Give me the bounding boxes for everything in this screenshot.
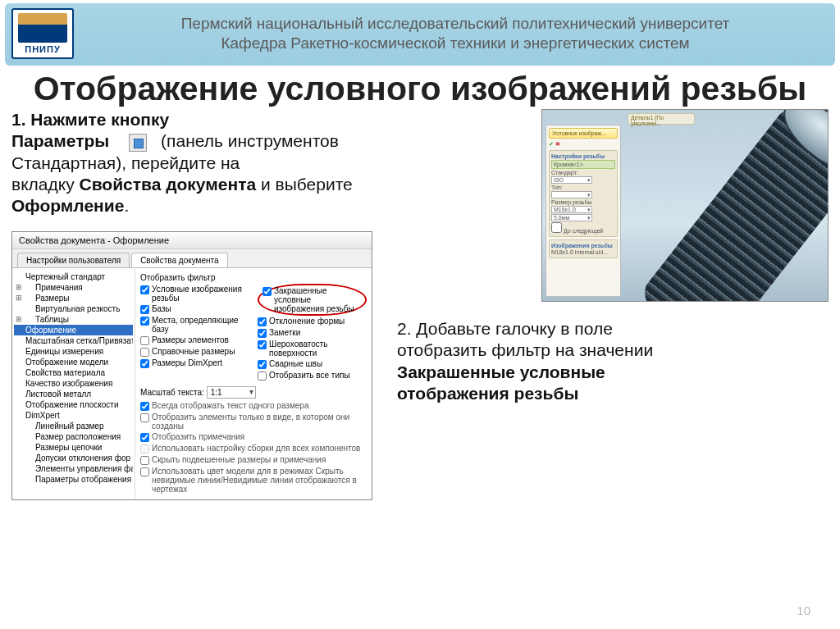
chk-same-text-size[interactable]: Всегда отображать текст одного размера (140, 400, 367, 412)
chk-upto-next[interactable] (551, 222, 562, 233)
chk-dimxpert[interactable]: Размеры DimXpert (140, 358, 249, 369)
pm-section: Настройки резьбы (551, 153, 615, 159)
pm-section: Изображения резьбы (551, 243, 615, 248)
model-tab[interactable]: Деталь1 (По умолчани... (628, 113, 695, 125)
chk-notes[interactable]: Заметки (258, 327, 367, 339)
chk-roughness[interactable]: Шероховатость поверхности (258, 339, 367, 358)
tree-item[interactable]: Отображение плоскости (14, 399, 133, 410)
header-text: Пермский национальный исследовательский … (82, 14, 829, 53)
tab-user-settings[interactable]: Настройки пользователя (17, 253, 130, 267)
pm-label: Размер резьбы (551, 199, 615, 205)
tree-item[interactable]: Отображение модели (14, 357, 133, 367)
viewport-thumbnail: Деталь1 (По умолчани... Условное изображ… (541, 109, 829, 302)
chk-shaded-thread[interactable]: Закрашенные условныеизображения резьбы (258, 284, 367, 316)
tree-item[interactable]: DimXpert (14, 410, 133, 421)
scale-label: Масштаб текста: (140, 388, 204, 397)
tree-item[interactable]: Размеры цепочки (14, 442, 133, 453)
tree-item[interactable]: Листовой металл (14, 389, 133, 399)
university-logo: ПНИПУ (11, 8, 74, 59)
pm-label: Тип: (551, 185, 615, 190)
options-pane: Отобразить фильтр Условные изображения р… (135, 268, 372, 499)
pm-label: Стандарт: (551, 170, 615, 175)
tree-item[interactable]: Параметры отображения (14, 474, 133, 485)
pm-file[interactable]: M18x1.0 Internal.sld... (551, 249, 615, 255)
ok-icon[interactable]: ✔ (549, 141, 554, 148)
pm-edge[interactable]: Кромка<1> (551, 160, 615, 169)
tree-item[interactable]: Примечания (14, 282, 133, 293)
options-icon (129, 134, 147, 152)
slide-title: Отображение условного изображений резьбы (0, 71, 840, 107)
pm-title: Условное изображ... (549, 128, 618, 139)
tree-item[interactable]: Масштабная сетка/Привязат (14, 335, 133, 346)
type-combo[interactable] (551, 191, 592, 198)
tree-item[interactable]: Элементы управления фа (14, 463, 133, 474)
text-scale-combo[interactable]: 1:1 (207, 386, 256, 399)
chk-ref-dims[interactable]: Справочные размеры (140, 346, 249, 358)
chk-only-created-view[interactable]: Отобразить элементы только в виде, в кот… (140, 412, 367, 431)
std-combo[interactable]: ISO (551, 176, 592, 184)
threaded-cylinder (605, 109, 829, 302)
chk-base-places[interactable]: Места, определяющие базу (140, 315, 249, 335)
step1-text: 1. Нажмите кнопку Параметры (панель инст… (11, 109, 389, 217)
page-number: 10 (797, 604, 810, 618)
tree-item[interactable]: Размеры (14, 293, 133, 303)
tree-item[interactable]: Виртуальная резкость (14, 303, 133, 314)
chk-assembly-cfg[interactable]: Использовать настройку сборки для всех к… (140, 443, 367, 454)
tree-item[interactable]: Линейный размер (14, 421, 133, 431)
chk-hide-dangling[interactable]: Скрыть подвешенные размеры и примечания (140, 454, 367, 466)
size-combo[interactable]: M18x1.0 (551, 206, 592, 213)
chk-form-deviation[interactable]: Отклонение формы (258, 316, 367, 327)
tree-item[interactable]: Свойства материала (14, 367, 133, 378)
len-field[interactable]: 5.0мм (551, 214, 592, 221)
filter-group-label: Отобразить фильтр (140, 273, 367, 282)
chk-show-notes[interactable]: Отобразить примечания (140, 431, 367, 443)
chk-el-dims[interactable]: Размеры элементов (140, 335, 249, 346)
tree-item[interactable]: Размер расположения (14, 431, 133, 442)
tree-item[interactable]: Единицы измерения (14, 346, 133, 357)
slide-header: ПНИПУ Пермский национальный исследовател… (5, 3, 835, 66)
tree-item[interactable]: Таблицы (14, 314, 133, 325)
options-tree[interactable]: Чертежный стандарт Примечания Размеры Ви… (12, 268, 135, 499)
step2-text: 2. Добавьте галочку в поле отобразить фи… (397, 318, 829, 404)
tree-item-design[interactable]: Оформление (14, 325, 133, 335)
options-dialog: Свойства документа - Оформление Настройк… (11, 231, 372, 500)
tree-item[interactable]: Чертежный стандарт (14, 271, 133, 282)
tree-item[interactable]: Допуски отклонения фор (14, 453, 133, 463)
dialog-title: Свойства документа - Оформление (12, 232, 372, 249)
chk-thread-images[interactable]: Условные изображения резьбы (140, 284, 249, 303)
cancel-icon[interactable]: ✖ (555, 141, 560, 148)
tree-item[interactable]: Качество изображения (14, 378, 133, 389)
chk-use-model-color[interactable]: Использовать цвет модели для в режимах С… (140, 466, 367, 495)
chk-show-all[interactable]: Отобразить все типы (258, 370, 367, 381)
chk-bases[interactable]: Базы (140, 303, 249, 315)
tab-doc-properties[interactable]: Свойства документа (131, 253, 227, 267)
chk-welds[interactable]: Сварные швы (258, 358, 367, 370)
